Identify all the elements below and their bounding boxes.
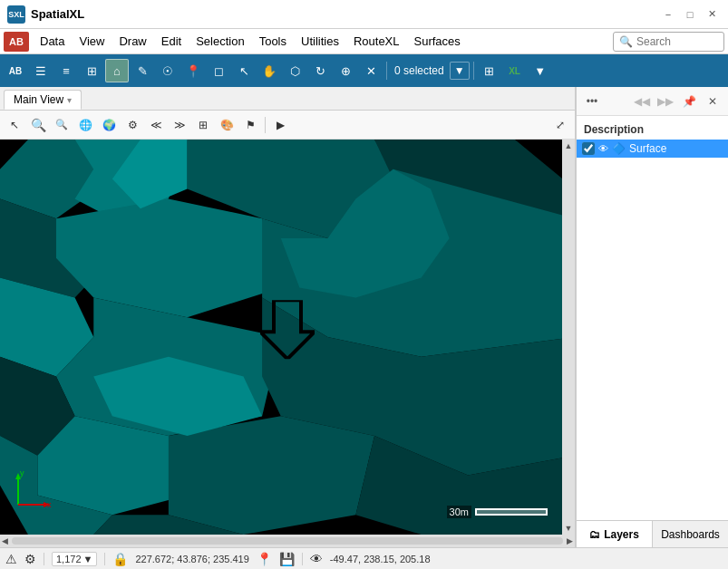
tb-select-button[interactable]: ⌂ bbox=[105, 59, 129, 82]
tb-select2-button[interactable]: ⬡ bbox=[283, 59, 306, 82]
map-tb-globe[interactable]: 🌐 bbox=[74, 114, 96, 136]
svg-text:x: x bbox=[47, 500, 52, 509]
map-tb-flag[interactable]: ⚑ bbox=[239, 114, 261, 136]
map-tb-grid[interactable]: ⊞ bbox=[192, 114, 214, 136]
layer-type-icon: 🔷 bbox=[612, 142, 626, 155]
menu-routexl[interactable]: RouteXL bbox=[346, 32, 407, 51]
search-input[interactable] bbox=[636, 35, 718, 48]
right-panel-header: ••• ◀◀ ▶▶ 📌 ✕ bbox=[577, 87, 728, 116]
zoom-dropdown[interactable]: 1,172 ▼ bbox=[52, 552, 97, 566]
scale-label: 30m bbox=[447, 506, 471, 518]
rp-pin-button[interactable]: 📌 bbox=[679, 92, 699, 111]
scroll-down-arrow[interactable]: ▼ bbox=[563, 522, 575, 535]
selected-count-label: 0 selected bbox=[394, 64, 444, 77]
scroll-track-h[interactable] bbox=[12, 537, 563, 545]
map-tb-globe2[interactable]: 🌍 bbox=[98, 114, 120, 136]
menu-surfaces[interactable]: Surfaces bbox=[407, 32, 468, 51]
layer-name-label: Surface bbox=[629, 142, 723, 155]
ab-button[interactable]: AB bbox=[4, 32, 29, 52]
tb-excel-button[interactable]: XL bbox=[503, 59, 527, 82]
dashboards-tab[interactable]: Dashboards bbox=[653, 521, 728, 547]
layer-row-surface[interactable]: 👁 🔷 Surface bbox=[577, 140, 728, 158]
menu-draw[interactable]: Draw bbox=[112, 32, 153, 51]
map-tb-next[interactable]: ≫ bbox=[169, 114, 190, 136]
map-tb-play[interactable]: ▶ bbox=[269, 114, 291, 136]
scroll-right-arrow[interactable]: ▶ bbox=[565, 536, 575, 545]
tb-edit-button[interactable]: ✎ bbox=[131, 59, 154, 82]
map-tb-settings[interactable]: ⚙ bbox=[121, 114, 143, 136]
rp-menu-button[interactable]: ••• bbox=[582, 92, 602, 111]
menu-selection[interactable]: Selection bbox=[189, 32, 251, 51]
view-tab-close-icon[interactable]: ▾ bbox=[67, 95, 72, 105]
left-panel: Main View ▾ ↖ 🔍 🔍 🌐 🌍 ⚙ ≪ ≫ ⊞ 🎨 ⚑ ▶ ⤢ bbox=[0, 87, 576, 547]
map-toolbar: ↖ 🔍 🔍 🌐 🌍 ⚙ ≪ ≫ ⊞ 🎨 ⚑ ▶ ⤢ bbox=[0, 111, 575, 140]
layer-checkbox[interactable] bbox=[582, 142, 595, 155]
tb-globe-button[interactable]: ☉ bbox=[156, 59, 180, 82]
main-view-tab[interactable]: Main View ▾ bbox=[4, 90, 82, 110]
map-tb-cursor[interactable]: ↖ bbox=[4, 114, 25, 136]
toolbar-dropdown[interactable]: ▼ bbox=[450, 62, 470, 80]
tb-ab-button[interactable]: AB bbox=[4, 59, 27, 82]
map-tb-expand[interactable]: ⤢ bbox=[549, 114, 571, 136]
map-tb-prev[interactable]: ≪ bbox=[145, 114, 167, 136]
main-toolbar: AB ☰ ≡ ⊞ ⌂ ✎ ☉ 📍 ◻ ↖ ✋ ⬡ ↻ ⊕ ✕ 0 selecte… bbox=[0, 54, 728, 87]
layers-tab-icon: 🗂 bbox=[589, 528, 600, 541]
status-marker-icon[interactable]: 📍 bbox=[257, 552, 272, 566]
tb-pan-button[interactable]: ✋ bbox=[257, 59, 281, 82]
toolbar-separator-1 bbox=[386, 62, 387, 80]
search-box[interactable]: 🔍 bbox=[613, 32, 724, 52]
layer-visibility-icon[interactable]: 👁 bbox=[598, 143, 608, 154]
map-area: 30m y x ▲ bbox=[0, 140, 575, 547]
status-save-icon[interactable]: 💾 bbox=[279, 552, 295, 566]
status-eye-icon[interactable]: 👁 bbox=[310, 552, 323, 566]
horizontal-scrollbar[interactable]: ◀ ▶ bbox=[0, 535, 575, 547]
status-lock-icon[interactable]: 🔒 bbox=[112, 552, 128, 566]
rp-close-button[interactable]: ✕ bbox=[703, 92, 723, 111]
tb-delete-button[interactable]: ✕ bbox=[359, 59, 383, 82]
scale-line bbox=[475, 508, 548, 516]
tb-rect-button[interactable]: ◻ bbox=[207, 59, 230, 82]
minimize-button[interactable]: − bbox=[659, 5, 677, 24]
menu-bar: AB Data View Draw Edit Selection Tools U… bbox=[0, 29, 728, 54]
scroll-left-arrow[interactable]: ◀ bbox=[0, 536, 10, 545]
status-warning-icon[interactable]: ⚠ bbox=[5, 552, 17, 566]
menu-tools[interactable]: Tools bbox=[252, 32, 294, 51]
toolbar-separator-2 bbox=[473, 62, 474, 80]
maximize-button[interactable]: □ bbox=[681, 5, 699, 24]
status-settings-icon[interactable]: ⚙ bbox=[24, 552, 36, 566]
tb-map-button[interactable]: ⊞ bbox=[80, 59, 103, 82]
tb-layers-button[interactable]: ☰ bbox=[29, 59, 53, 82]
layers-tab[interactable]: 🗂 Layers bbox=[577, 521, 653, 547]
rp-back-button[interactable]: ◀◀ bbox=[632, 92, 652, 111]
svg-text:y: y bbox=[20, 468, 24, 477]
svg-marker-23 bbox=[260, 300, 315, 359]
map-tb-zoom-in[interactable]: 🔍 bbox=[27, 114, 49, 136]
tb-add-button[interactable]: ⊕ bbox=[334, 59, 357, 82]
menu-utilities[interactable]: Utilities bbox=[294, 32, 346, 51]
axes-indicator: y x bbox=[9, 459, 63, 516]
close-button[interactable]: ✕ bbox=[703, 5, 721, 24]
menu-edit[interactable]: Edit bbox=[154, 32, 189, 51]
menu-view[interactable]: View bbox=[72, 32, 112, 51]
menu-data[interactable]: Data bbox=[33, 32, 72, 51]
tb-more-button[interactable]: ▼ bbox=[529, 59, 552, 82]
app-title: SpatialXL bbox=[31, 7, 659, 21]
tb-table-button[interactable]: ≡ bbox=[54, 59, 78, 82]
tb-pin-button[interactable]: 📍 bbox=[181, 59, 205, 82]
map-canvas[interactable]: 30m y x ▲ bbox=[0, 140, 575, 535]
tb-table2-button[interactable]: ⊞ bbox=[478, 59, 501, 82]
vertical-scrollbar[interactable]: ▲ ▼ bbox=[562, 140, 575, 535]
window-controls: − □ ✕ bbox=[659, 5, 721, 24]
map-tb-theme[interactable]: 🎨 bbox=[216, 114, 238, 136]
down-arrow-indicator bbox=[260, 300, 315, 362]
scale-bar: 30m bbox=[447, 506, 548, 518]
scroll-up-arrow[interactable]: ▲ bbox=[563, 140, 575, 152]
status-coordinates: 227.672; 43.876; 235.419 bbox=[135, 554, 248, 564]
tb-cursor-button[interactable]: ↖ bbox=[232, 59, 256, 82]
rp-forward-button[interactable]: ▶▶ bbox=[655, 92, 675, 111]
layers-tab-label: Layers bbox=[604, 528, 639, 541]
view-tabs: Main View ▾ bbox=[0, 87, 575, 111]
zoom-value: 1,172 bbox=[56, 554, 82, 564]
map-tb-zoom-out[interactable]: 🔍 bbox=[51, 114, 73, 136]
tb-rotate-button[interactable]: ↻ bbox=[308, 59, 332, 82]
